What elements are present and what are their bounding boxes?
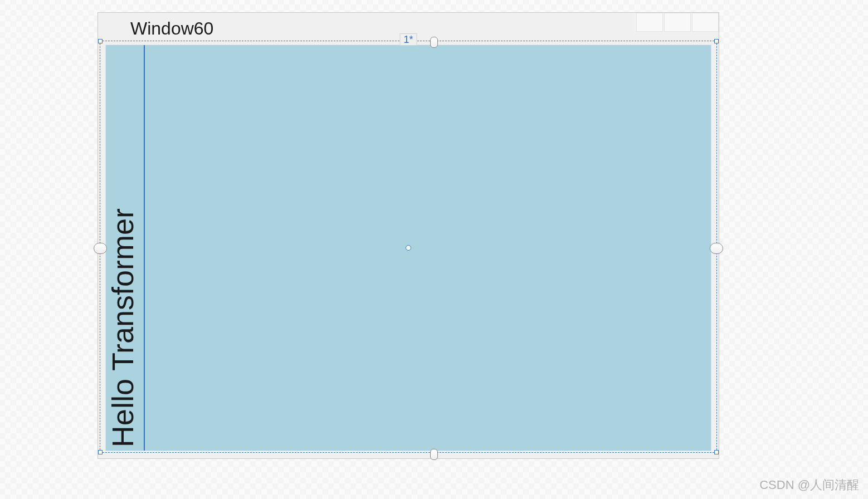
margin-link-left-icon[interactable] (94, 243, 107, 254)
grid-rail-grip-bottom-icon[interactable] (430, 449, 438, 460)
watermark-text: CSDN @人间清醒 (759, 477, 859, 493)
minimize-button[interactable] (636, 13, 663, 32)
maximize-button[interactable] (664, 13, 691, 32)
column-size-label[interactable]: 1* (399, 33, 417, 46)
design-surface[interactable]: Hello Transformer (105, 45, 711, 451)
window-frame: Window60 Hello Transformer (97, 12, 719, 459)
close-button[interactable] (692, 13, 719, 32)
grid-ruler-top: 1* (97, 37, 719, 43)
titlebar-buttons (636, 13, 719, 32)
margin-link-right-icon[interactable] (710, 243, 723, 254)
grid-rail-grip-top-icon[interactable] (430, 37, 438, 48)
rotated-label[interactable]: Hello Transformer (106, 208, 139, 447)
window-title: Window60 (130, 18, 213, 39)
grid-column-divider[interactable] (144, 45, 145, 451)
selection-center-marker (406, 245, 411, 251)
